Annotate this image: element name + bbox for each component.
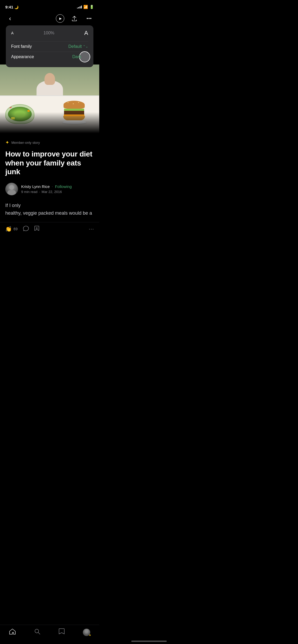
appearance-value: Dark [72, 54, 81, 59]
separator: · [52, 184, 53, 188]
status-time: 9:41 🌙 [5, 5, 19, 9]
appearance-selector[interactable]: Dark ⌃⌄ [72, 54, 88, 59]
nav-actions: ▶ ••• [56, 14, 94, 23]
article-preview: If I only healthy, veggie packed meals w… [5, 202, 94, 217]
preview-line-2: healthy, veggie packed meals would be a [5, 210, 92, 216]
author-row: Kristy Lynn Rice · Following 9 min read … [5, 183, 94, 195]
font-size-percent: 100% [43, 31, 54, 35]
wifi-icon: 📶 [83, 5, 88, 9]
comment-icon [23, 226, 29, 232]
font-settings-panel: A 100% A Font family Default ⌃⌄ Appearan… [6, 25, 93, 67]
avatar-body [7, 190, 16, 195]
bookmark-icon [34, 226, 39, 232]
ellipsis-icon: ••• [87, 16, 92, 21]
bookmark-button[interactable] [34, 226, 39, 232]
member-badge-text: Member-only story [11, 141, 40, 145]
appearance-row: Appearance Dark ⌃⌄ [11, 52, 88, 62]
article-title: How to improve your diet when your famil… [5, 150, 94, 176]
read-time: 9 min read [21, 190, 37, 194]
play-icon: ▶ [59, 17, 62, 20]
author-info: Kristy Lynn Rice · Following 9 min read … [21, 184, 72, 194]
action-bar: 👏 69 ⋯ [0, 222, 99, 235]
author-avatar[interactable] [5, 183, 18, 195]
status-bar: 9:41 🌙 📶 🔋 [0, 0, 99, 12]
follow-button[interactable]: Following [55, 184, 72, 189]
play-button[interactable]: ▶ [56, 14, 64, 23]
hero-image [0, 65, 99, 133]
burger-bun-top [64, 101, 85, 109]
author-name-row: Kristy Lynn Rice · Following [21, 184, 72, 189]
hero-gradient-overlay [0, 112, 99, 133]
article-content: ✦ Member-only story How to improve your … [0, 133, 99, 217]
avatar-face [9, 185, 14, 190]
author-name[interactable]: Kristy Lynn Rice [21, 184, 50, 189]
font-family-selector[interactable]: Default ⌃⌄ [68, 44, 88, 49]
font-family-row: Font family Default ⌃⌄ [11, 41, 88, 52]
battery-icon: 🔋 [89, 5, 94, 9]
signal-bars-icon [77, 5, 82, 8]
font-size-large-label: A [84, 30, 88, 36]
meta-separator: · [39, 190, 40, 194]
font-family-label: Font family [11, 44, 32, 49]
star-icon: ✦ [5, 140, 9, 145]
clap-button[interactable]: 👏 69 [5, 226, 18, 232]
status-icons: 📶 🔋 [77, 5, 94, 9]
share-button[interactable] [70, 14, 79, 23]
font-size-row: A 100% A [11, 30, 88, 36]
share-icon [72, 16, 77, 21]
publish-date: Mar 22, 2016 [42, 190, 62, 194]
more-icon: ⋯ [89, 226, 94, 232]
nav-bar: ‹ ▶ ••• [0, 12, 99, 25]
moon-icon: 🌙 [14, 5, 19, 9]
chevron-updown-icon: ⌃⌄ [83, 45, 88, 48]
more-options-button[interactable]: ••• [84, 14, 94, 23]
back-button[interactable]: ‹ [5, 14, 15, 23]
font-size-small-label: A [11, 31, 13, 35]
clap-count: 69 [13, 227, 18, 231]
author-meta: 9 min read · Mar 22, 2016 [21, 190, 72, 194]
appearance-label: Appearance [11, 54, 34, 59]
member-badge: ✦ Member-only story [5, 140, 94, 145]
clap-icon: 👏 [5, 226, 12, 232]
preview-line-1: If I only [5, 203, 21, 208]
font-family-value: Default [68, 44, 82, 49]
article-more-button[interactable]: ⋯ [89, 226, 94, 232]
comment-button[interactable] [23, 226, 29, 232]
